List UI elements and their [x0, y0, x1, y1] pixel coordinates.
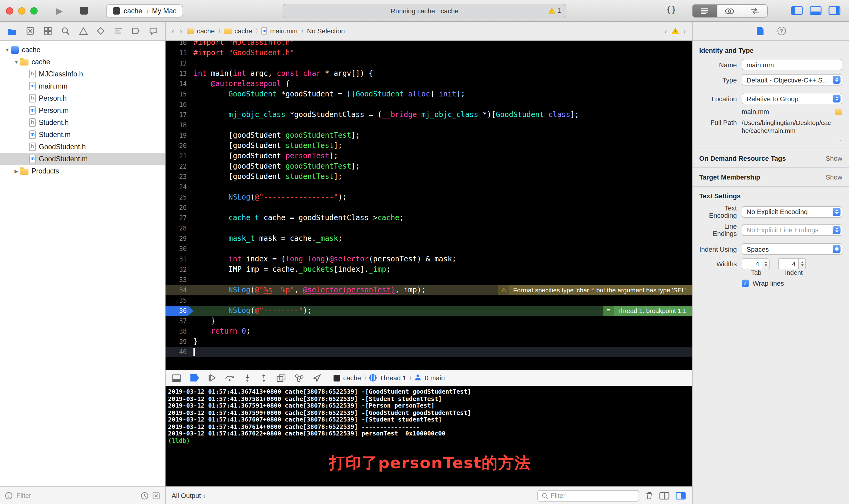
text-encoding-select[interactable]: No Explicit Encoding [742, 206, 842, 217]
forward-button[interactable]: › [179, 26, 184, 35]
line-number[interactable]: 19 [166, 130, 194, 141]
code-line-16[interactable]: 16 [166, 100, 692, 110]
disclosure-triangle[interactable]: ▶ [13, 168, 20, 174]
hide-debug-area-button[interactable] [171, 374, 181, 382]
toggle-inspector-button[interactable] [828, 6, 841, 17]
quick-help-tab[interactable]: ? [777, 27, 785, 35]
code-line-33[interactable]: 33 [166, 275, 692, 285]
project-navigator-button[interactable] [7, 27, 17, 35]
console-filter-input[interactable]: Filter [550, 492, 565, 499]
debug-breadcrumb-item[interactable]: cache [343, 374, 361, 381]
line-number[interactable]: 10 [166, 41, 194, 48]
debug-console[interactable]: 2019-03-12 01:57:41.367413+0800 cache[38… [166, 386, 692, 486]
issue-navigator-button[interactable] [78, 27, 88, 35]
close-window-button[interactable] [6, 7, 13, 15]
file-tree-item-mjclassinfo-h[interactable]: hMJClassInfo.h [0, 68, 165, 80]
reveal-folder-icon[interactable] [835, 109, 842, 114]
step-into-button[interactable] [244, 374, 251, 382]
code-line-11[interactable]: 11#import "GoodStudent.h" [166, 48, 692, 58]
code-line-23[interactable]: 23 [goodStudent studentTest]; [166, 172, 692, 182]
code-line-22[interactable]: 22 [goodStudent goodStudentTest]; [166, 161, 692, 172]
wrap-lines-checkbox[interactable]: ✓ [742, 280, 749, 287]
next-issue-button[interactable]: › [682, 26, 687, 35]
code-line-10[interactable]: 10#import "MJClassInfo.h" [166, 41, 692, 48]
code-line-39[interactable]: 39} [166, 337, 692, 347]
line-number[interactable]: 32 [166, 265, 194, 275]
file-tree-item-student-m[interactable]: mStudent.m [0, 129, 165, 141]
line-number[interactable]: 23 [166, 172, 194, 182]
line-number[interactable]: 33 [166, 275, 194, 285]
line-number[interactable]: 38 [166, 326, 194, 337]
file-tree-item-person-h[interactable]: hPerson.h [0, 92, 165, 104]
back-button[interactable]: ‹ [170, 26, 176, 35]
code-line-35[interactable]: 35 [166, 295, 692, 306]
source-control-navigator-button[interactable] [26, 27, 35, 35]
code-line-15[interactable]: 15 GoodStudent *goodStudent = [[GoodStud… [166, 89, 692, 100]
name-field[interactable]: main.mm [742, 59, 842, 70]
line-number[interactable]: 24 [166, 182, 194, 192]
line-number[interactable]: 26 [166, 202, 194, 213]
code-line-36[interactable]: 36 NSLog(@"--------");≡Thread 1: breakpo… [166, 306, 692, 316]
line-number[interactable]: 16 [166, 100, 194, 110]
symbol-navigator-button[interactable] [44, 27, 52, 35]
code-line-20[interactable]: 20 [goodStudent studentTest]; [166, 141, 692, 151]
line-number[interactable]: 17 [166, 110, 194, 120]
breakpoint-annotation[interactable]: ≡Thread 1: breakpoint 1.1 [603, 306, 692, 316]
code-line-25[interactable]: 25 NSLog(@"----------------"); [166, 192, 692, 202]
recent-files-filter-button[interactable] [141, 491, 149, 500]
file-tree-item-main-mm[interactable]: mmain.mm [0, 80, 165, 92]
braces-button[interactable]: { } [667, 5, 675, 14]
line-number[interactable]: 31 [166, 254, 194, 265]
line-number[interactable]: 14 [166, 79, 194, 89]
line-number[interactable]: 11 [166, 48, 194, 58]
previous-issue-button[interactable]: ‹ [663, 26, 668, 35]
indent-using-select[interactable]: Spaces [742, 243, 842, 255]
debug-breadcrumb-item[interactable]: Thread 1 [380, 374, 406, 381]
line-number[interactable]: 29 [166, 234, 194, 244]
line-number[interactable]: 20 [166, 141, 194, 151]
code-line-32[interactable]: 32 IMP imp = cache._buckets[index]._imp; [166, 265, 692, 275]
find-navigator-button[interactable] [61, 27, 69, 35]
debug-navigator-button[interactable] [114, 27, 123, 35]
console-pane-left-toggle[interactable] [659, 491, 669, 500]
report-navigator-button[interactable] [149, 27, 158, 35]
code-line-27[interactable]: 27 cache_t cache = goodStudentClass->cac… [166, 213, 692, 223]
code-line-30[interactable]: 30 [166, 244, 692, 254]
code-line-19[interactable]: 19 [goodStudent goodStudentTest]; [166, 130, 692, 141]
line-endings-select[interactable]: No Explicit Line Endings [742, 224, 842, 236]
code-line-14[interactable]: 14 @autoreleasepool { [166, 79, 692, 89]
run-button[interactable]: ▶ [56, 5, 63, 17]
stepper-arrows-icon[interactable] [799, 258, 806, 269]
test-navigator-button[interactable] [97, 27, 105, 35]
jumpbar-item[interactable]: No Selection [307, 27, 345, 35]
code-line-37[interactable]: 37 } [166, 316, 692, 326]
minimize-window-button[interactable] [18, 7, 25, 15]
assistant-editor-button[interactable] [717, 5, 742, 17]
line-number[interactable]: 34 [166, 285, 194, 295]
zoom-window-button[interactable] [30, 7, 38, 15]
location-select[interactable]: Relative to Group [742, 93, 842, 104]
type-select[interactable]: Default - Objective-C++ S… [742, 74, 842, 86]
line-number[interactable]: 39 [166, 337, 194, 347]
clear-console-button[interactable] [645, 491, 653, 500]
code-line-12[interactable]: 12 [166, 58, 692, 69]
disclosure-triangle[interactable]: ▼ [4, 47, 11, 52]
tab-width-stepper[interactable]: 4 [742, 258, 770, 269]
code-line-29[interactable]: 29 mask_t mask = cache._mask; [166, 234, 692, 244]
view-debugger-button[interactable] [276, 374, 286, 382]
code-line-13[interactable]: 13int main(int argc, const char * argv[]… [166, 69, 692, 79]
line-number[interactable]: 27 [166, 213, 194, 223]
console-filter-field[interactable]: Filter [537, 490, 639, 501]
code-line-28[interactable]: 28 [166, 223, 692, 234]
standard-editor-button[interactable] [692, 5, 717, 17]
jumpbar-item[interactable]: cache [197, 27, 215, 35]
step-over-button[interactable] [225, 374, 235, 381]
code-line-17[interactable]: 17 mj_objc_class *goodStudentClass = (__… [166, 110, 692, 120]
breakpoint-marker[interactable]: 36 [166, 306, 194, 316]
source-editor[interactable]: 10#import "MJClassInfo.h"11#import "Good… [166, 41, 692, 370]
lldb-prompt[interactable]: (lldb) [168, 437, 692, 444]
file-tree-item-products[interactable]: ▶Products [0, 165, 165, 177]
continue-button[interactable] [208, 374, 216, 381]
scheme-selector[interactable]: cache ⟩ My Mac [106, 4, 183, 18]
line-number[interactable]: 35 [166, 295, 194, 306]
